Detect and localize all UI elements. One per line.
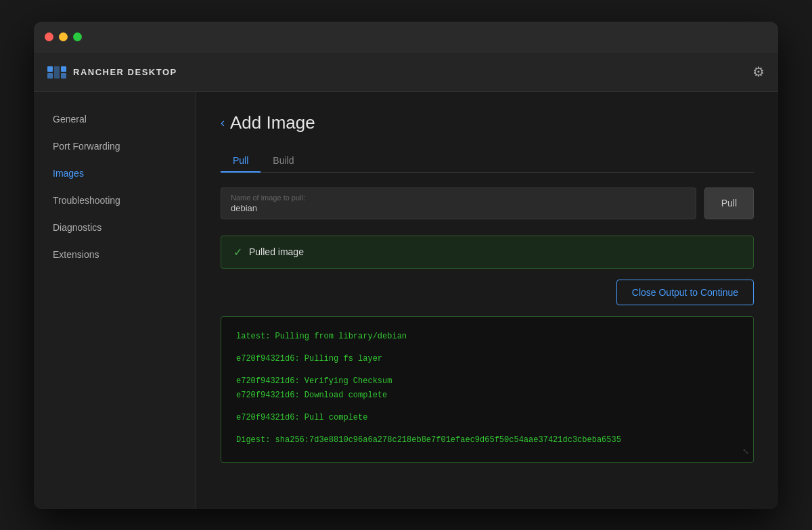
status-banner: ✓ Pulled image [221, 236, 754, 269]
tab-build[interactable]: Build [261, 150, 306, 173]
page-title: Add Image [230, 112, 315, 133]
pull-form: Name of image to pull: debian Pull [221, 187, 754, 219]
image-name-field-wrapper: Name of image to pull: debian [221, 187, 696, 219]
terminal-line: e720f94321d6: Download complete [236, 389, 738, 402]
content-area: ‹ Add Image Pull Build Name of image to … [196, 92, 778, 509]
maximize-button[interactable] [73, 32, 82, 41]
sidebar-item-general[interactable]: General [34, 106, 196, 133]
sidebar-item-extensions[interactable]: Extensions [34, 241, 196, 268]
image-name-label: Name of image to pull: [231, 194, 686, 202]
terminal-line: Digest: sha256:7d3e8810c96a6a278c218eb8e… [236, 434, 738, 447]
back-button[interactable]: ‹ [221, 116, 225, 130]
terminal-blank-line [236, 367, 738, 375]
status-text: Pulled image [249, 246, 304, 257]
terminal-blank-line [236, 345, 738, 353]
sidebar-item-troubleshooting[interactable]: Troubleshooting [34, 187, 196, 214]
main-content: General Port Forwarding Images Troublesh… [34, 92, 778, 509]
rancher-logo-icon [47, 64, 66, 79]
terminal-blank-line [236, 403, 738, 412]
terminal-output: latest: Pulling from library/debiane720f… [221, 316, 754, 463]
svg-rect-1 [47, 73, 53, 79]
pull-button[interactable]: Pull [704, 187, 754, 219]
svg-rect-0 [47, 66, 53, 72]
traffic-lights [45, 32, 82, 41]
terminal-line: e720f94321d6: Verifying Checksum [236, 375, 738, 388]
app-title: RANCHER DESKTOP [73, 67, 177, 77]
image-name-value: debian [231, 203, 686, 213]
app-header: RANCHER DESKTOP ⚙ [34, 53, 778, 92]
tab-bar: Pull Build [221, 150, 754, 173]
terminal-line: latest: Pulling from library/debian [236, 330, 738, 343]
sidebar-item-images[interactable]: Images [34, 160, 196, 187]
app-window: RANCHER DESKTOP ⚙ General Port Forwardin… [34, 22, 778, 509]
app-logo: RANCHER DESKTOP [47, 64, 177, 79]
svg-rect-4 [61, 73, 66, 79]
close-output-button[interactable]: Close Output to Continue [616, 280, 754, 305]
terminal-blank-line [236, 426, 738, 434]
page-header: ‹ Add Image [221, 112, 754, 133]
action-row: Close Output to Continue [221, 280, 754, 305]
close-button[interactable] [45, 32, 53, 41]
sidebar-item-diagnostics[interactable]: Diagnostics [34, 214, 196, 241]
terminal-line: e720f94321d6: Pull complete [236, 412, 738, 424]
tab-pull[interactable]: Pull [221, 150, 261, 173]
svg-rect-2 [54, 66, 60, 79]
terminal-line: e720f94321d6: Pulling fs layer [236, 353, 738, 366]
sidebar: General Port Forwarding Images Troublesh… [34, 92, 196, 509]
check-icon: ✓ [233, 246, 242, 259]
settings-icon[interactable]: ⚙ [752, 64, 765, 80]
titlebar [34, 22, 778, 53]
sidebar-item-port-forwarding[interactable]: Port Forwarding [34, 133, 196, 160]
minimize-button[interactable] [59, 32, 68, 41]
terminal-lines: latest: Pulling from library/debiane720f… [236, 330, 738, 447]
svg-rect-3 [61, 66, 66, 72]
resize-handle[interactable]: ⤡ [742, 446, 749, 459]
